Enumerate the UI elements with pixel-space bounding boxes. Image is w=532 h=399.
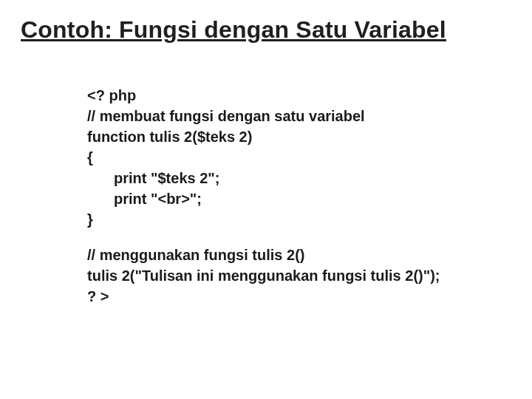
code-line: } [87,211,93,228]
code-line: <? php [87,87,136,103]
code-line: tulis 2("Tulisan ini menggunakan fungsi … [87,267,440,284]
code-line: print "<br>"; [114,191,202,207]
code-line: ? > [87,288,109,304]
code-line: { [87,149,93,166]
code-block: <? php // membuat fungsi dengan satu var… [87,64,511,327]
paragraph-gap [87,230,511,245]
code-line: function tulis 2($teks 2) [87,129,252,145]
slide: Contoh: Fungsi dengan Satu Variabel <? p… [0,0,532,399]
slide-title: Contoh: Fungsi dengan Satu Variabel [21,16,511,44]
code-line: // membuat fungsi dengan satu variabel [87,108,365,124]
code-line: print "$teks 2"; [114,170,219,186]
code-line: // menggunakan fungsi tulis 2() [87,247,304,263]
